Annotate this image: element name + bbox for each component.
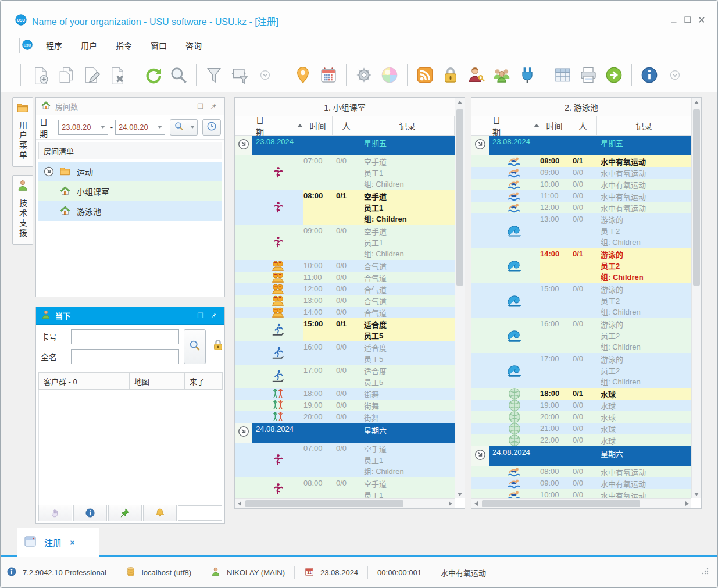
- column-header-3[interactable]: 记录: [597, 116, 691, 135]
- schedule-row[interactable]: 18:000/0街舞: [235, 388, 455, 400]
- date-from-dropdown[interactable]: 23.08.20: [58, 120, 108, 135]
- horizontal-scroll-thumb[interactable]: [245, 500, 403, 507]
- expand-icon[interactable]: [43, 166, 55, 177]
- pin-green-button[interactable]: [108, 505, 142, 521]
- scroll-down-arrow[interactable]: [455, 490, 464, 498]
- tree-item-0[interactable]: 运动: [38, 162, 222, 181]
- scroll-up-arrow[interactable]: [455, 98, 464, 106]
- schedule-row[interactable]: 11:000/0水中有氧运动: [471, 190, 691, 202]
- bell-button[interactable]: [143, 505, 177, 521]
- users-button[interactable]: [489, 62, 515, 88]
- vertical-scrollbar[interactable]: [691, 98, 701, 498]
- visitor-table-body[interactable]: [38, 390, 222, 509]
- panel-pin-icon[interactable]: 📌︎: [207, 311, 220, 321]
- plug-button[interactable]: [515, 62, 540, 88]
- schedule-row[interactable]: 15:000/0游泳的员工2组: Children: [471, 283, 691, 318]
- schedule-row[interactable]: 09:000/0空手道员工1组: Children: [235, 225, 455, 260]
- schedule-row[interactable]: 08:000/0空手道员工1: [235, 477, 455, 498]
- column-header-0[interactable]: 日期: [471, 116, 540, 135]
- panel-pin-icon[interactable]: 📌︎: [207, 101, 220, 112]
- hand-button[interactable]: [38, 505, 72, 521]
- column-header-2[interactable]: 人: [569, 116, 597, 135]
- window-maximize-button[interactable]: [683, 15, 694, 25]
- schedule-row[interactable]: 16:000/0适合度员工5: [235, 341, 455, 365]
- column-header-3[interactable]: 记录: [360, 116, 455, 135]
- group-expand-cell[interactable]: [471, 136, 489, 155]
- vertical-scroll-thumb[interactable]: [456, 109, 463, 286]
- schedule-row[interactable]: 07:000/0空手道员工1组: Children: [235, 155, 455, 190]
- colors-button[interactable]: [377, 62, 402, 88]
- panel-minimize-icon[interactable]: ❐: [194, 311, 207, 321]
- window-close-button[interactable]: [696, 15, 708, 25]
- vertical-scrollbar[interactable]: [455, 98, 465, 498]
- schedule-row[interactable]: 13:000/0游泳的员工2组: Children: [471, 213, 691, 248]
- schedule-row[interactable]: 08:000/1水中有氧运动: [471, 155, 691, 167]
- schedule-row[interactable]: 10:000/0水中有氧运动: [471, 179, 691, 190]
- menu-item-0[interactable]: 程序: [39, 37, 69, 54]
- date-group-row[interactable]: 23.08.2024星期五: [235, 136, 455, 155]
- schedule-row[interactable]: 12:000/0水中有氧运动: [471, 202, 691, 213]
- schedule-row[interactable]: 10:000/0水中有氧运动: [471, 489, 691, 498]
- schedule-row[interactable]: 19:000/0街舞: [235, 400, 455, 411]
- column-header-1[interactable]: 时间: [540, 116, 569, 135]
- schedule-row[interactable]: 19:000/0水球: [471, 400, 691, 411]
- scroll-right-arrow[interactable]: [683, 499, 691, 508]
- date-group-row[interactable]: 24.08.2024星期六: [235, 423, 455, 443]
- resize-grip-icon[interactable]: [701, 567, 709, 578]
- schedule-row[interactable]: 20:000/0街舞: [235, 411, 455, 423]
- filter-button[interactable]: [201, 62, 227, 88]
- dock-tab-tech-support[interactable]: 技术支援: [12, 175, 33, 245]
- time-button[interactable]: [202, 119, 221, 136]
- schedule-row[interactable]: 17:000/0适合度员工5: [235, 365, 455, 388]
- calendar-button[interactable]: [316, 62, 341, 88]
- schedule-row[interactable]: 17:000/0游泳的员工2组: Children: [471, 353, 691, 388]
- rss-button[interactable]: [412, 62, 438, 88]
- schedule-row[interactable]: 22:000/0水球: [471, 434, 691, 446]
- schedule-row[interactable]: 13:000/0合气道: [235, 295, 455, 307]
- window-minimize-button[interactable]: [669, 15, 680, 25]
- schedule-row[interactable]: 10:000/0合气道: [235, 260, 455, 272]
- gear-button[interactable]: [351, 62, 377, 88]
- menu-item-4[interactable]: 咨询: [178, 37, 209, 54]
- visitor-column-header-2[interactable]: 来了: [184, 372, 223, 390]
- visitor-column-header-0[interactable]: 客户群 - 0: [38, 372, 130, 390]
- scroll-down-arrow[interactable]: [692, 490, 701, 498]
- schedule-row[interactable]: 14:000/1游泳的员工2组: Children: [471, 248, 691, 283]
- menu-item-2[interactable]: 指令: [109, 37, 139, 54]
- schedule-row[interactable]: 09:000/0水中有氧运动: [471, 167, 691, 179]
- menu-item-3[interactable]: 窗口: [144, 37, 174, 54]
- user-key-button[interactable]: [463, 62, 489, 88]
- menu-item-1[interactable]: 用户: [74, 37, 104, 54]
- lock-button[interactable]: [438, 62, 463, 88]
- panel-minimize-icon[interactable]: ❐: [194, 101, 207, 112]
- info-button[interactable]: [73, 505, 107, 521]
- tab-registration[interactable]: 注册 ×: [17, 528, 99, 557]
- full-name-input[interactable]: [71, 349, 179, 364]
- tree-item-1[interactable]: 小组课室: [38, 181, 222, 201]
- schedule-row[interactable]: 08:000/1空手道员工1组: Children: [235, 190, 455, 225]
- visitor-search-button[interactable]: [184, 329, 206, 364]
- schedule-row[interactable]: 15:000/1适合度员工5: [235, 318, 455, 341]
- scroll-up-arrow[interactable]: [692, 98, 701, 106]
- group-expand-cell[interactable]: [471, 446, 489, 466]
- doc-edit-button[interactable]: [79, 62, 105, 88]
- schedule-row[interactable]: 08:000/0水中有氧运动: [471, 466, 691, 477]
- schedule-row[interactable]: 07:000/0空手道员工1组: Children: [235, 443, 455, 477]
- grid-button[interactable]: [550, 62, 576, 88]
- doc-new-button[interactable]: [28, 62, 53, 88]
- schedule-row[interactable]: 20:000/0水球: [471, 411, 691, 423]
- filter-range-button[interactable]: [227, 62, 252, 88]
- date-group-row[interactable]: 24.08.2024星期六: [471, 446, 691, 466]
- dropdown-mini-button[interactable]: [662, 62, 688, 88]
- group-expand-cell[interactable]: [235, 423, 252, 443]
- search-rooms-button[interactable]: [170, 119, 188, 136]
- tab-close-icon[interactable]: ×: [70, 537, 75, 547]
- refresh-button[interactable]: [140, 62, 166, 88]
- info-button[interactable]: [637, 62, 662, 88]
- schedule-row[interactable]: 21:000/0水球: [471, 423, 691, 434]
- dock-tab-user-menu[interactable]: 用户菜单: [12, 97, 33, 167]
- scroll-left-arrow[interactable]: [471, 499, 480, 508]
- search-rooms-dropdown[interactable]: [188, 119, 198, 136]
- schedule-row[interactable]: 12:000/0合气道: [235, 283, 455, 295]
- horizontal-scroll-thumb[interactable]: [482, 500, 640, 507]
